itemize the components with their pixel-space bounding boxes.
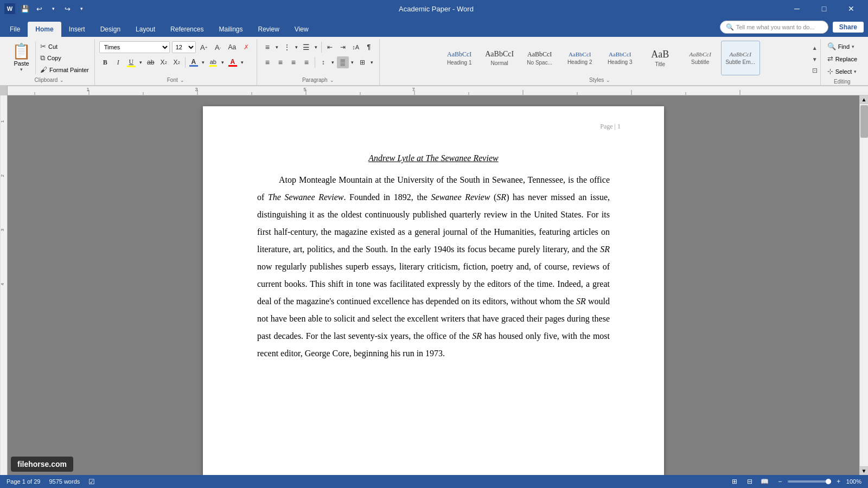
highlight-button[interactable]: ab: [207, 56, 219, 68]
text-color-a-button[interactable]: A: [227, 56, 239, 68]
document-scroll-area[interactable]: Page | 1 Andrew Lytle at The Sewanee Rev…: [8, 95, 859, 475]
undo-dropdown[interactable]: ▾: [47, 2, 60, 15]
decrease-font-button[interactable]: A-: [212, 41, 224, 53]
font-group-label[interactable]: Font ⌄: [99, 77, 252, 85]
tab-view[interactable]: View: [287, 22, 316, 37]
scroll-down-button[interactable]: ▼: [860, 466, 869, 475]
style-nospacing[interactable]: AaBbCcI No Spac...: [520, 41, 559, 75]
document-content[interactable]: Andrew Lytle at The Sewanee Review Atop …: [257, 150, 610, 362]
paragraph-1[interactable]: Atop Monteagle Mountain at the Universit…: [257, 171, 610, 362]
font-color-dropdown[interactable]: ▾: [201, 56, 206, 68]
read-mode-view-button[interactable]: 📖: [760, 476, 770, 487]
find-button[interactable]: 🔍 Find ▾: [825, 41, 859, 52]
undo-button[interactable]: ↩: [33, 2, 46, 15]
line-spacing-button[interactable]: ↕: [317, 56, 329, 68]
zoom-slider[interactable]: [788, 480, 831, 483]
style-subtle-emphasis[interactable]: AaBbCcI Subtle Em...: [721, 41, 760, 75]
style-title[interactable]: AaB Title: [641, 41, 680, 75]
tab-design[interactable]: Design: [93, 22, 128, 37]
show-formatting-button[interactable]: ¶: [363, 41, 375, 53]
font-color-button[interactable]: A: [188, 56, 200, 68]
align-right-button[interactable]: ≡: [288, 56, 299, 68]
multilevel-dropdown[interactable]: ▾: [314, 41, 319, 53]
zoom-out-button[interactable]: −: [775, 476, 786, 487]
align-center-button[interactable]: ≡: [275, 56, 286, 68]
styles-scroll-down[interactable]: ▼: [810, 54, 819, 65]
font-size-select[interactable]: 12 10 11 14: [172, 41, 196, 53]
strikethrough-button[interactable]: ab: [145, 56, 157, 68]
scrollbar-track[interactable]: [860, 104, 868, 466]
styles-scroll-up[interactable]: ▲: [810, 42, 819, 53]
font-family-select[interactable]: Times Arial Calibri: [99, 41, 170, 53]
restore-button[interactable]: □: [812, 0, 837, 17]
underline-dropdown[interactable]: ▾: [138, 56, 144, 68]
style-heading2[interactable]: AaBbCcI Heading 2: [560, 41, 599, 75]
cut-button[interactable]: ✂ Cut: [38, 41, 91, 52]
superscript-button[interactable]: X2: [171, 56, 183, 68]
share-button[interactable]: Share: [833, 22, 864, 33]
paste-button[interactable]: 📋 Paste ▾: [8, 41, 36, 75]
tell-me-input[interactable]: 🔍 Tell me what you want to do...: [720, 21, 828, 34]
tab-insert[interactable]: Insert: [61, 22, 93, 37]
justify-button[interactable]: ≡: [301, 56, 312, 68]
borders-button[interactable]: ⊞: [356, 56, 368, 68]
scrollbar-thumb[interactable]: [860, 105, 868, 138]
style-title-label: Title: [655, 61, 665, 67]
paste-dropdown-arrow[interactable]: ▾: [20, 67, 23, 72]
bullets-dropdown[interactable]: ▾: [275, 41, 280, 53]
subscript-button[interactable]: X2: [158, 56, 170, 68]
multilevel-button[interactable]: ☰: [301, 41, 312, 53]
change-case-button[interactable]: Aa: [226, 41, 238, 53]
select-button[interactable]: ⊹ Select ▾: [825, 66, 859, 76]
clear-formatting-button[interactable]: ✗: [240, 41, 252, 53]
decrease-indent-button[interactable]: ⇤: [324, 41, 336, 53]
align-left-button[interactable]: ≡: [261, 56, 273, 68]
text-color-dropdown[interactable]: ▾: [240, 56, 245, 68]
replace-button[interactable]: ⇄ Replace: [825, 54, 859, 64]
minimize-button[interactable]: ─: [784, 0, 809, 17]
sort-button[interactable]: ↕A: [350, 41, 362, 53]
save-button[interactable]: 💾: [18, 2, 31, 15]
numbering-dropdown[interactable]: ▾: [294, 41, 299, 53]
close-button[interactable]: ✕: [839, 0, 864, 17]
zoom-in-button[interactable]: +: [833, 476, 844, 487]
highlight-dropdown[interactable]: ▾: [220, 56, 226, 68]
underline-button[interactable]: U: [125, 56, 137, 68]
borders-dropdown[interactable]: ▾: [369, 56, 375, 68]
style-heading3[interactable]: AaBbCcI Heading 3: [601, 41, 640, 75]
paragraph-group-label[interactable]: Paragraph ⌄: [261, 77, 375, 85]
tab-review[interactable]: Review: [250, 22, 286, 37]
shading-button[interactable]: ▒: [337, 56, 349, 68]
shading-dropdown[interactable]: ▾: [350, 56, 355, 68]
select-dropdown[interactable]: ▾: [854, 69, 857, 74]
bold-button[interactable]: B: [99, 56, 111, 68]
proofing-icon[interactable]: ☑: [88, 478, 95, 486]
style-normal[interactable]: AaBbCcI Normal: [480, 41, 519, 75]
tab-home[interactable]: Home: [28, 22, 61, 37]
zoom-level[interactable]: 100%: [846, 478, 861, 485]
styles-group-label[interactable]: Styles ⌄: [589, 77, 610, 85]
increase-indent-button[interactable]: ⇥: [337, 41, 349, 53]
italic-button[interactable]: I: [112, 56, 124, 68]
customize-qa[interactable]: ▾: [75, 2, 88, 15]
web-layout-view-button[interactable]: ⊟: [744, 476, 755, 487]
print-layout-view-button[interactable]: ⊞: [729, 476, 740, 487]
line-spacing-dropdown[interactable]: ▾: [330, 56, 336, 68]
copy-button[interactable]: ⧉ Copy: [38, 53, 91, 63]
find-dropdown[interactable]: ▾: [852, 44, 854, 49]
tab-references[interactable]: References: [163, 22, 211, 37]
numbering-button[interactable]: ⋮: [281, 41, 293, 53]
clipboard-group-label[interactable]: Clipboard ⌄: [8, 77, 91, 85]
increase-font-button[interactable]: A+: [198, 41, 210, 53]
redo-button[interactable]: ↪: [61, 2, 74, 15]
scrollbar-vertical[interactable]: ▲ ▼: [859, 95, 868, 475]
style-heading1[interactable]: AaBbCcI Heading 1: [440, 41, 479, 75]
bullets-button[interactable]: ≡: [261, 41, 273, 53]
tab-file[interactable]: File: [2, 22, 28, 37]
tab-mailings[interactable]: Mailings: [211, 22, 250, 37]
styles-expand-button[interactable]: ⊡: [810, 65, 819, 76]
format-painter-button[interactable]: 🖌 Format Painter: [38, 65, 91, 75]
style-subtitle[interactable]: AaBbCcI Subtitle: [681, 41, 720, 75]
scroll-up-button[interactable]: ▲: [860, 95, 869, 104]
tab-layout[interactable]: Layout: [128, 22, 163, 37]
